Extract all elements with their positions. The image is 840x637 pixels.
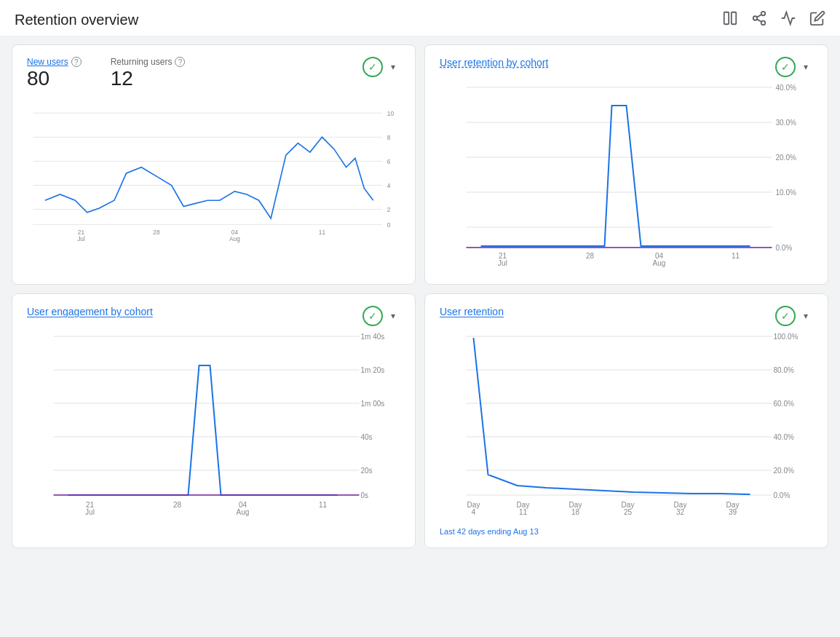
svg-text:30.0%: 30.0% — [776, 119, 796, 127]
svg-text:10.0%: 10.0% — [776, 189, 796, 197]
svg-text:20.0%: 20.0% — [776, 154, 796, 162]
svg-text:20.0%: 20.0% — [774, 467, 794, 475]
svg-point-4 — [761, 21, 766, 25]
header-icons — [722, 10, 825, 30]
new-users-label: New users — [27, 57, 68, 67]
svg-line-5 — [757, 19, 761, 22]
svg-text:0: 0 — [387, 222, 391, 229]
svg-text:4: 4 — [472, 508, 476, 516]
svg-text:11: 11 — [519, 508, 528, 516]
page-title: Retention overview — [15, 12, 138, 28]
new-users-info-icon[interactable]: ? — [71, 57, 82, 67]
share-icon[interactable] — [751, 10, 767, 30]
svg-rect-0 — [724, 12, 729, 25]
svg-text:1m 40s: 1m 40s — [361, 333, 385, 341]
svg-text:60.0%: 60.0% — [774, 400, 794, 408]
check-badge-4[interactable]: ✓ — [775, 306, 796, 326]
svg-text:0.0%: 0.0% — [774, 491, 791, 499]
svg-text:8: 8 — [387, 135, 391, 141]
top-right-chart: 40.0% 30.0% 20.0% 10.0% 0.0% 21 Jul 28 0… — [440, 80, 813, 272]
svg-text:4: 4 — [387, 183, 391, 189]
check-badge-2[interactable]: ✓ — [775, 57, 796, 77]
svg-text:11: 11 — [732, 252, 740, 260]
check-badge-3[interactable]: ✓ — [362, 306, 383, 326]
dropdown-button-4[interactable]: ▾ — [799, 309, 813, 323]
top-row: New users ? 80 Returning users ? 12 — [12, 44, 828, 285]
svg-text:20s: 20s — [361, 467, 373, 475]
check-badge[interactable]: ✓ — [362, 57, 383, 77]
dashboard: New users ? 80 Returning users ? 12 — [0, 36, 840, 557]
bottom-left-card: User engagement by cohort ✓ ▾ 1m 40s — [12, 293, 416, 548]
svg-text:28: 28 — [153, 229, 160, 236]
new-users-value: 80 — [27, 67, 82, 90]
svg-text:10: 10 — [387, 111, 395, 117]
bottom-left-chart: 1m 40s 1m 20s 1m 00s 40s 20s 0s 21 Jul 2… — [27, 329, 400, 521]
svg-text:1m 20s: 1m 20s — [361, 366, 385, 374]
svg-text:0s: 0s — [361, 491, 369, 499]
bottom-right-chart: 100.0% 80.0% 60.0% 40.0% 20.0% 0.0% Day … — [440, 329, 813, 521]
bottom-right-card: User retention ✓ ▾ 100.0% 80.0% — [424, 293, 828, 548]
bottom-right-card-title: User retention — [440, 306, 504, 317]
svg-line-6 — [757, 15, 761, 17]
returning-users-label: Returning users — [111, 57, 173, 67]
svg-text:Jul: Jul — [85, 508, 95, 516]
top-left-chart: 10 8 6 4 2 0 21 Jul 28 04 Aug 11 — [27, 93, 400, 256]
svg-text:100.0%: 100.0% — [774, 333, 799, 341]
svg-text:Jul: Jul — [498, 259, 507, 267]
svg-point-3 — [753, 16, 758, 20]
svg-text:1m 00s: 1m 00s — [361, 400, 385, 408]
annotate-icon[interactable] — [780, 10, 796, 30]
top-left-card: New users ? 80 Returning users ? 12 — [12, 44, 416, 285]
svg-text:40.0%: 40.0% — [774, 433, 794, 441]
bottom-left-card-title: User engagement by cohort — [27, 306, 153, 317]
top-right-card-title: User retention by cohort — [440, 57, 548, 68]
bottom-left-card-actions: ✓ ▾ — [362, 306, 400, 326]
svg-text:Jul: Jul — [77, 236, 85, 242]
svg-text:40.0%: 40.0% — [776, 84, 796, 92]
svg-text:Aug: Aug — [237, 508, 250, 516]
metrics-header: New users ? 80 Returning users ? 12 — [27, 57, 185, 90]
svg-text:0.0%: 0.0% — [776, 244, 793, 252]
svg-text:28: 28 — [586, 252, 595, 260]
top-left-card-actions: ✓ ▾ — [362, 57, 400, 77]
svg-point-2 — [761, 12, 766, 16]
svg-text:32: 32 — [676, 508, 685, 516]
footer-note: Last 42 days ending Aug 13 — [440, 527, 813, 536]
bottom-row: User engagement by cohort ✓ ▾ 1m 40s — [12, 293, 828, 548]
svg-text:18: 18 — [571, 508, 580, 516]
header: Retention overview — [0, 0, 840, 36]
svg-text:40s: 40s — [361, 433, 373, 441]
svg-text:28: 28 — [173, 501, 182, 509]
top-right-card-actions: ✓ ▾ — [775, 57, 813, 77]
returning-users-info-icon[interactable]: ? — [175, 57, 185, 67]
edit-icon[interactable] — [809, 10, 825, 30]
dropdown-button-3[interactable]: ▾ — [386, 309, 400, 323]
svg-text:11: 11 — [319, 229, 326, 236]
svg-text:2: 2 — [387, 207, 391, 213]
svg-text:6: 6 — [387, 159, 391, 165]
svg-text:39: 39 — [729, 508, 737, 516]
returning-users-value: 12 — [111, 67, 186, 90]
dropdown-button[interactable]: ▾ — [386, 60, 400, 74]
compare-icon[interactable] — [722, 10, 738, 30]
svg-text:Aug: Aug — [229, 236, 240, 242]
svg-rect-1 — [732, 12, 736, 25]
svg-text:80.0%: 80.0% — [774, 366, 794, 374]
bottom-right-card-actions: ✓ ▾ — [775, 306, 813, 326]
top-right-card: User retention by cohort ✓ ▾ 40.0% — [424, 44, 828, 285]
dropdown-button-2[interactable]: ▾ — [799, 60, 813, 74]
svg-text:11: 11 — [319, 501, 328, 509]
svg-text:25: 25 — [624, 508, 633, 516]
svg-text:Aug: Aug — [653, 259, 666, 267]
